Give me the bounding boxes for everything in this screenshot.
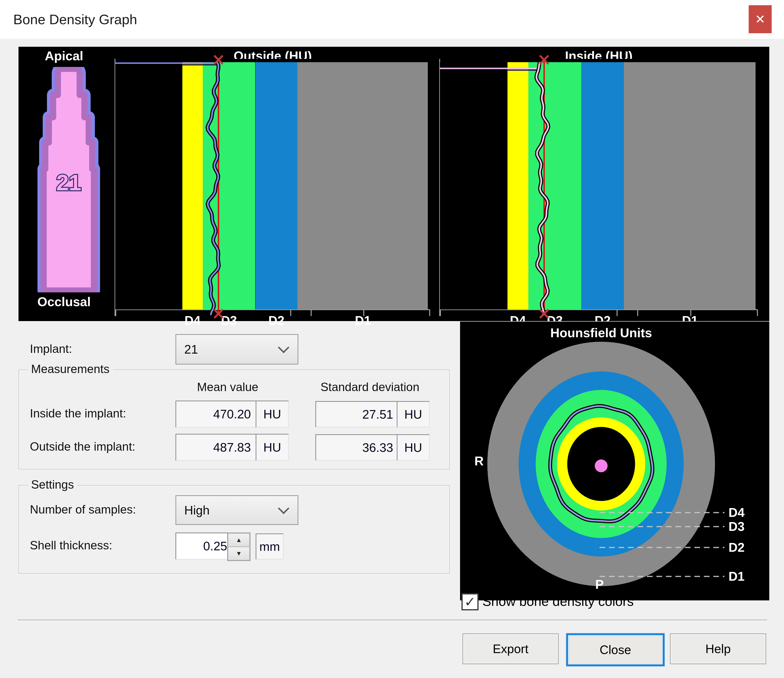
close-button[interactable]: ✕ bbox=[749, 5, 772, 33]
close-button-footer[interactable]: Close bbox=[566, 633, 664, 666]
implant-select-value: 21 bbox=[184, 342, 198, 357]
show-bone-density-colors-checkbox[interactable]: ✓ bbox=[462, 593, 479, 610]
mean-value-header: Mean value bbox=[176, 380, 280, 394]
settings-legend: Settings bbox=[28, 478, 77, 491]
stepper-up-button[interactable]: ▲ bbox=[228, 533, 250, 547]
inside-sd-field[interactable]: 27.51 bbox=[316, 401, 400, 427]
inside-implant-row-label: Inside the implant: bbox=[30, 407, 126, 420]
zone-label-D2: D2 bbox=[728, 540, 745, 554]
export-button[interactable]: Export bbox=[462, 633, 559, 664]
dialog-title: Bone Density Graph bbox=[0, 11, 137, 27]
footer-divider bbox=[18, 620, 767, 620]
zone-label-D1: D1 bbox=[728, 569, 745, 583]
implant-number-label: 21 bbox=[56, 170, 81, 195]
outside-mean-field[interactable]: 487.83 bbox=[176, 434, 257, 461]
inside-mean-field[interactable]: 470.20 bbox=[176, 401, 257, 428]
density-profile-overlay bbox=[115, 59, 430, 331]
shell-thickness-stepper: ▲ ▼ bbox=[227, 533, 250, 561]
measurements-legend: Measurements bbox=[28, 362, 113, 376]
title-bar: Bone Density Graph bbox=[0, 0, 784, 39]
inside-density-plot: D4D3D2D1 bbox=[440, 59, 758, 309]
outside-sd-unit: HU bbox=[397, 434, 430, 461]
number-of-samples-value: High bbox=[184, 503, 210, 517]
apical-label: Apical bbox=[28, 49, 100, 63]
arrow-down-icon: ▼ bbox=[236, 550, 242, 557]
shell-thickness-input[interactable]: 0.25 bbox=[176, 533, 233, 560]
hounsfield-radial-diagram: D4D3D2D1 bbox=[460, 321, 769, 600]
orientation-r-label: R bbox=[470, 454, 488, 468]
standard-deviation-header: Standard deviation bbox=[308, 380, 432, 394]
implant-21-graphic: 21 bbox=[36, 67, 102, 292]
implant-center-dot bbox=[595, 460, 608, 472]
outside-implant-row-label: Outside the implant: bbox=[30, 440, 135, 453]
density-profile-overlay bbox=[440, 59, 758, 331]
inside-mean-unit: HU bbox=[256, 401, 289, 428]
zone-label-D4: D4 bbox=[728, 505, 745, 519]
bone-density-graph-dialog: Bone Density Graph ✕ Apical 21 Occlusal … bbox=[0, 0, 784, 678]
stepper-down-button[interactable]: ▼ bbox=[228, 547, 250, 560]
close-icon: ✕ bbox=[755, 12, 765, 26]
orientation-p-label: P bbox=[590, 577, 609, 591]
outside-sd-field[interactable]: 36.33 bbox=[316, 434, 400, 461]
shell-thickness-unit: mm bbox=[256, 533, 284, 560]
chevron-down-icon bbox=[278, 342, 289, 353]
show-bone-density-colors-label: Show bone density colors bbox=[482, 592, 634, 610]
checkmark-icon: ✓ bbox=[464, 594, 476, 610]
outside-density-plot: D4D3D2D1 bbox=[115, 59, 430, 309]
inside-sd-unit: HU bbox=[397, 401, 430, 427]
zone-label-D3: D3 bbox=[728, 519, 745, 533]
implant-select[interactable]: 21 bbox=[176, 334, 298, 365]
help-button[interactable]: Help bbox=[670, 633, 766, 664]
shell-thickness-label: Shell thickness: bbox=[30, 539, 112, 552]
chevron-down-icon bbox=[278, 503, 289, 514]
outside-mean-unit: HU bbox=[256, 434, 289, 461]
density-profiles-panel: Apical 21 Occlusal Outside (HU) Inside (… bbox=[19, 47, 769, 321]
arrow-up-icon: ▲ bbox=[236, 536, 242, 544]
occlusal-label: Occlusal bbox=[28, 295, 100, 309]
hounsfield-units-panel: Hounsfield Units D4D3D2D1 R P bbox=[460, 321, 769, 600]
number-of-samples-select[interactable]: High bbox=[176, 495, 298, 525]
implant-label: Implant: bbox=[30, 342, 72, 356]
number-of-samples-label: Number of samples: bbox=[30, 503, 136, 516]
